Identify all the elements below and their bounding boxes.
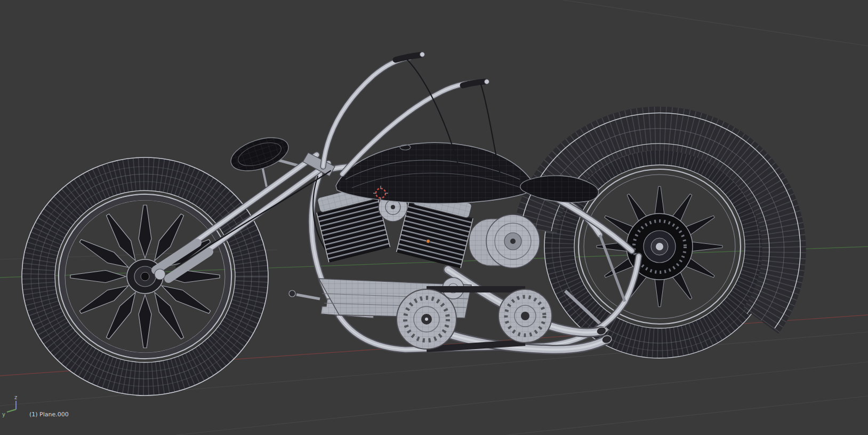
active-object-label: (1) Plane.000 <box>29 411 69 418</box>
right-grip <box>463 82 485 85</box>
axle-cap <box>155 269 165 280</box>
blender-viewport[interactable]: z y (1) Plane.000 <box>0 0 868 435</box>
object-origin-dot <box>427 240 430 243</box>
oil-tank[interactable] <box>469 215 540 268</box>
3d-viewport-canvas[interactable]: z y (1) Plane.000 <box>0 0 868 435</box>
gizmo-z-label: z <box>14 394 17 400</box>
gizmo-y-label: y <box>2 412 5 417</box>
